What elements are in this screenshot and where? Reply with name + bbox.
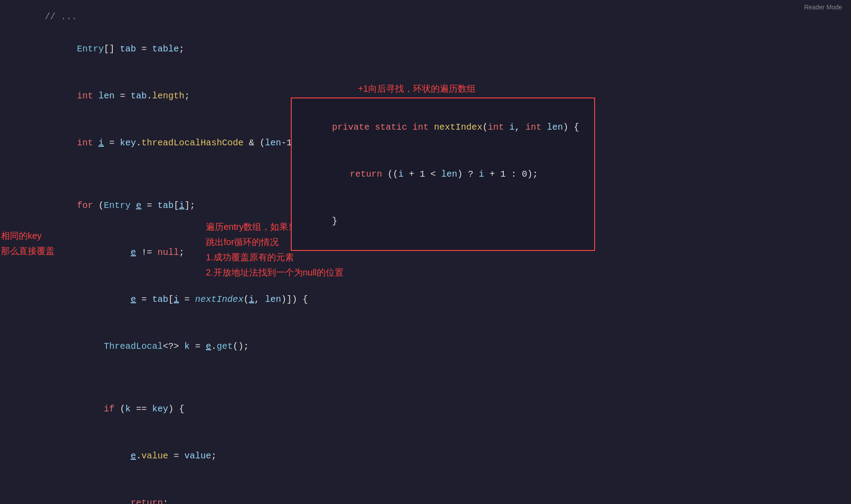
code-line-empty2 — [27, 370, 851, 385]
code-line-threadlocal: ThreadLocal<?> k = e.get(); — [27, 323, 851, 370]
code-line-for-inc: e = tab[i = nextIndex(i, len)]) { — [27, 276, 851, 323]
annotation-key-cover: 相同的key 那么直接覆盖 — [1, 228, 55, 258]
annotation-key-line1: 相同的key — [1, 228, 55, 243]
token-int-1: int — [77, 91, 93, 101]
annotation-middle-line3: 1.成功覆盖原有的元素 — [206, 250, 512, 265]
token-int-2: int — [77, 138, 93, 148]
popup-nextindex: private static int nextIndex(int i, int … — [291, 97, 595, 251]
popup-line3: } — [300, 198, 586, 245]
code-container: Reader Mode // ... Entry[] tab = table; … — [0, 0, 851, 504]
code-line-evalue: e.value = value; — [27, 432, 851, 479]
comment-line: // ... — [45, 12, 77, 22]
annotation-middle-line4: 2.开放地址法找到一个为null的位置 — [206, 265, 512, 280]
code-line-if1: if (k == key) { — [27, 385, 851, 432]
annotation-key-line2: 那么直接覆盖 — [1, 243, 55, 258]
code-line-1: Entry[] tab = table; — [27, 25, 851, 72]
token-entry-type: Entry — [77, 44, 104, 54]
popup-line2: return ((i + 1 < len) ? i + 1 : 0); — [300, 151, 586, 198]
popup-line1: private static int nextIndex(int i, int … — [300, 104, 586, 151]
code-line-return1: return; — [27, 479, 851, 504]
annotation-topleft: +1向后寻找，环状的遍历数组 — [358, 83, 476, 95]
